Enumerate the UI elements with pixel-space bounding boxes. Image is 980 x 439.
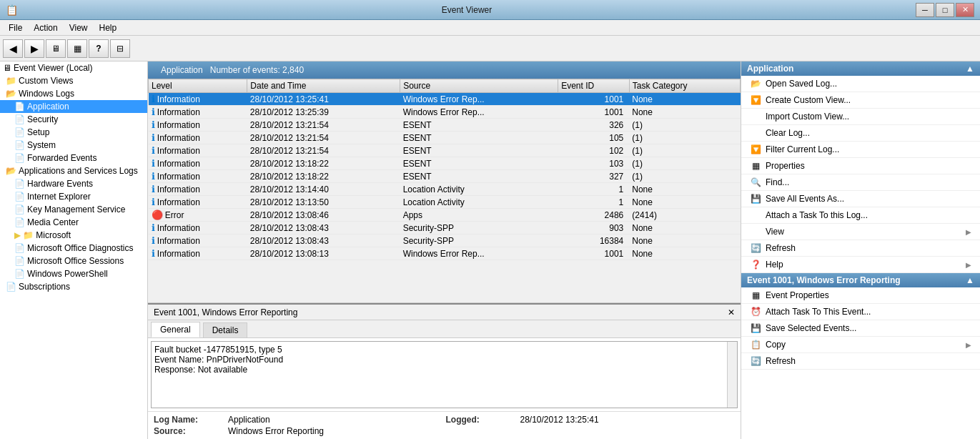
cell-datetime: 28/10/2012 13:08:46	[247, 209, 400, 222]
copy-submenu-arrow: ▶	[966, 341, 971, 349]
sidebar-item-internet-explorer[interactable]: 📄 Internet Explorer	[0, 190, 147, 203]
action-refresh[interactable]: 🔄 Refresh	[741, 240, 980, 257]
action-help[interactable]: ❓ Help ▶	[741, 257, 980, 273]
cell-eventid: 1	[558, 196, 630, 209]
action-import-custom-view[interactable]: Import Custom View...	[741, 109, 980, 125]
action-filter-current-log[interactable]: 🔽 Filter Current Log...	[741, 142, 980, 158]
ms-folder-icon: ▶ 📁	[14, 230, 34, 240]
logged-value: 28/10/2012 13:25:41	[520, 415, 736, 425]
cell-level: ℹ Information	[149, 144, 247, 157]
cell-category: None	[629, 183, 740, 196]
tab-general[interactable]: General	[151, 322, 200, 337]
sidebar-root[interactable]: 🖥 Event Viewer (Local)	[0, 61, 147, 74]
back-button[interactable]: ◀	[3, 39, 23, 58]
action-save-selected-events[interactable]: 💾 Save Selected Events...	[741, 320, 980, 337]
maximize-button[interactable]: □	[936, 3, 954, 17]
grid-button[interactable]: ▦	[67, 39, 87, 58]
cell-category: (2414)	[629, 209, 740, 222]
system-log-icon: 📄	[14, 140, 25, 150]
col-level[interactable]: Level	[149, 79, 247, 93]
menu-help[interactable]: Help	[94, 21, 123, 34]
sidebar-item-setup[interactable]: 📄 Setup	[0, 126, 147, 139]
open-log-icon: 📂	[750, 78, 761, 89]
table-row[interactable]: ℹ Information 28/10/2012 13:21:54 ESENT …	[149, 144, 741, 157]
col-category[interactable]: Task Category	[629, 79, 740, 93]
action-view[interactable]: View ▶	[741, 224, 980, 240]
sidebar-item-custom-views[interactable]: 📁 Custom Views	[0, 74, 147, 87]
menu-file[interactable]: File	[3, 21, 28, 34]
action-copy[interactable]: 📋 Copy ▶	[741, 337, 980, 353]
action-attach-task-event[interactable]: ⏰ Attach Task To This Event...	[741, 304, 980, 320]
forward-button[interactable]: ▶	[24, 39, 44, 58]
sidebar-item-forwarded-events[interactable]: 📄 Forwarded Events	[0, 152, 147, 164]
cell-eventid: 903	[558, 222, 630, 235]
table-row[interactable]: 🔴 Error 28/10/2012 13:08:46 Apps 2486 (2…	[149, 209, 741, 222]
event-table-container[interactable]: Level Date and Time Source Event ID Task…	[148, 79, 741, 303]
view-submenu-arrow: ▶	[966, 228, 971, 236]
action-open-saved-log[interactable]: 📂 Open Saved Log...	[741, 76, 980, 92]
cell-source: Location Activity	[400, 196, 558, 209]
actions-collapse-2[interactable]: ▲	[966, 275, 974, 285]
sidebar-item-security[interactable]: 📄 Security	[0, 113, 147, 126]
help-button[interactable]: ?	[89, 39, 109, 58]
logged-label: Logged:	[446, 415, 518, 425]
detail-close-button[interactable]: ✕	[728, 307, 735, 317]
offdiag-log-icon: 📄	[14, 243, 25, 253]
tab-details[interactable]: Details	[203, 322, 248, 337]
sidebar-item-system[interactable]: 📄 System	[0, 139, 147, 152]
table-row[interactable]: ℹ Information 28/10/2012 13:14:40 Locati…	[149, 183, 741, 196]
app-icon: 📋	[6, 4, 18, 16]
table-row[interactable]: ℹ Information 28/10/2012 13:25:41 Window…	[149, 93, 741, 106]
action-refresh-2[interactable]: 🔄 Refresh	[741, 353, 980, 370]
table-row[interactable]: ℹ Information 28/10/2012 13:13:50 Locati…	[149, 196, 741, 209]
cell-eventid: 1001	[558, 93, 630, 106]
detail-scrollbar[interactable]	[727, 342, 737, 408]
clear-icon	[750, 127, 761, 139]
action-save-all-events[interactable]: 💾 Save All Events As...	[741, 191, 980, 207]
col-eventid[interactable]: Event ID	[558, 79, 630, 93]
sidebar-item-powershell[interactable]: 📄 Windows PowerShell	[0, 267, 147, 280]
col-source[interactable]: Source	[400, 79, 558, 93]
cell-source: ESENT	[400, 170, 558, 183]
menu-action[interactable]: Action	[28, 21, 63, 34]
table-row[interactable]: ℹ Information 28/10/2012 13:08:43 Securi…	[149, 222, 741, 235]
actions-collapse-1[interactable]: ▲	[966, 64, 974, 74]
attach-task-icon	[750, 209, 761, 221]
table-row[interactable]: ℹ Information 28/10/2012 13:08:43 Securi…	[149, 235, 741, 247]
sidebar-item-key-mgmt[interactable]: 📄 Key Management Service	[0, 203, 147, 216]
menu-view[interactable]: View	[64, 21, 94, 34]
action-create-custom-view[interactable]: 🔽 Create Custom View...	[741, 92, 980, 109]
sidebar-item-app-services[interactable]: 📂 Applications and Services Logs	[0, 164, 147, 177]
cell-datetime: 28/10/2012 13:21:54	[247, 119, 400, 132]
detail-title: Event 1001, Windows Error Reporting	[154, 307, 297, 317]
action-find[interactable]: 🔍 Find...	[741, 174, 980, 191]
col-datetime[interactable]: Date and Time	[247, 79, 400, 93]
sidebar-item-hardware-events[interactable]: 📄 Hardware Events	[0, 177, 147, 190]
table-row[interactable]: ℹ Information 28/10/2012 13:18:22 ESENT …	[149, 157, 741, 170]
minimize-button[interactable]: ─	[916, 3, 934, 17]
close-button[interactable]: ✕	[956, 3, 974, 17]
actions-title-2: Event 1001, Windows Error Reporting	[747, 275, 901, 285]
cell-source: ESENT	[400, 157, 558, 170]
sidebar-item-media-center[interactable]: 📄 Media Center	[0, 216, 147, 229]
sidebar-item-subscriptions[interactable]: 📄 Subscriptions	[0, 280, 147, 293]
table-row[interactable]: ℹ Information 28/10/2012 13:18:22 ESENT …	[149, 170, 741, 183]
sidebar-item-ms-office-sess[interactable]: 📄 Microsoft Office Sessions	[0, 255, 147, 267]
detail-meta: Log Name: Application Logged: 28/10/2012…	[148, 411, 741, 439]
table-row[interactable]: ℹ Information 28/10/2012 13:08:13 Window…	[149, 247, 741, 260]
sidebar-item-windows-logs[interactable]: 📂 Windows Logs	[0, 87, 147, 100]
sidebar-item-ms-office-diag[interactable]: 📄 Microsoft Office Diagnostics	[0, 242, 147, 255]
action-clear-log[interactable]: Clear Log...	[741, 125, 980, 142]
table-row[interactable]: ℹ Information 28/10/2012 13:25:39 Window…	[149, 106, 741, 119]
table-row[interactable]: ℹ Information 28/10/2012 13:21:54 ESENT …	[149, 119, 741, 132]
action-properties[interactable]: ▦ Properties	[741, 158, 980, 174]
table-button[interactable]: ⊟	[110, 39, 130, 58]
action-event-properties[interactable]: ▦ Event Properties	[741, 287, 980, 304]
attach-task-event-icon: ⏰	[750, 306, 761, 317]
sidebar-item-microsoft[interactable]: ▶ 📁 Microsoft	[0, 229, 147, 242]
action-attach-task[interactable]: Attach a Task To this Log...	[741, 207, 980, 224]
sidebar-item-application[interactable]: 📄 Application	[0, 100, 147, 113]
table-row[interactable]: ℹ Information 28/10/2012 13:21:54 ESENT …	[149, 132, 741, 144]
cell-level: ℹ Information	[149, 106, 247, 119]
computer-button[interactable]: 🖥	[46, 39, 66, 58]
